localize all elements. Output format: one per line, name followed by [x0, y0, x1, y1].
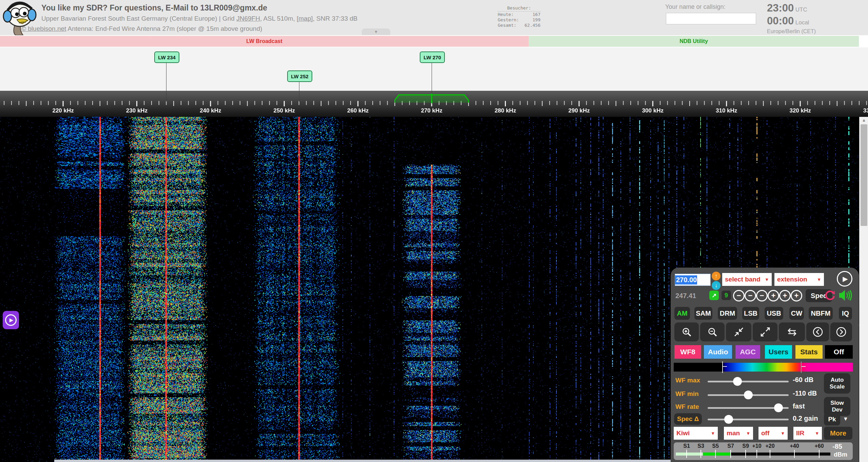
- select-band-dropdown[interactable]: select band▼: [722, 273, 772, 286]
- s-meter-mark-label: +20: [765, 443, 774, 449]
- wf-max-slider[interactable]: [708, 381, 789, 382]
- frequency-up-button[interactable]: ↑: [712, 272, 721, 280]
- dropdown-off[interactable]: off▼: [758, 427, 788, 440]
- tab-agc[interactable]: AGC: [735, 345, 760, 359]
- tab-audio[interactable]: Audio: [704, 345, 732, 359]
- station-label-lw-252[interactable]: LW 252: [287, 70, 312, 82]
- player-button[interactable]: ▶: [837, 271, 852, 287]
- dropdown-man[interactable]: man▼: [724, 427, 753, 440]
- callsign-input[interactable]: [666, 13, 756, 24]
- frequency-down-button[interactable]: ↓: [712, 281, 721, 290]
- header-collapse-tab[interactable]: ▼: [362, 28, 390, 35]
- mode-button-nbfm[interactable]: NBFM: [809, 307, 833, 320]
- mode-button-drm[interactable]: DRM: [718, 307, 737, 320]
- page-left-button[interactable]: [806, 322, 829, 341]
- zoom-in-button[interactable]: [674, 322, 699, 341]
- visitor-row-value: 62.456: [525, 23, 540, 28]
- s-meter-tick: [686, 450, 687, 458]
- tab-off[interactable]: Off: [825, 345, 853, 359]
- auto-scale-button[interactable]: AutoScale: [824, 373, 850, 394]
- zoom-out-step-button[interactable]: −: [756, 290, 768, 301]
- bluebison-link[interactable]: © bluebison.net: [21, 25, 66, 32]
- extension-dropdown[interactable]: extension▼: [774, 273, 824, 286]
- dropdown-iir[interactable]: IIR▼: [793, 427, 822, 440]
- wf-rate-slider[interactable]: [708, 407, 789, 409]
- mode-button-sam[interactable]: SAM: [694, 307, 712, 320]
- zoom-in-icon: [682, 327, 692, 337]
- open-left-panel-button[interactable]: ▶: [3, 311, 19, 329]
- more-button[interactable]: More: [824, 427, 852, 440]
- control-panel: 270.00 ↑ ↓ select band▼ extension▼ ▶ 247…: [671, 268, 859, 462]
- mode-button-am[interactable]: AM: [674, 307, 690, 320]
- zoom-out-step-button[interactable]: −: [745, 290, 756, 301]
- zoom-max-out-icon: [760, 327, 770, 337]
- colormap-marker-low: [722, 361, 723, 373]
- grid-link[interactable]: JN69FH: [236, 15, 260, 22]
- dropdown-value: Kiwi: [676, 429, 690, 437]
- s-meter-tick: [715, 450, 716, 458]
- zoom-out-button[interactable]: [700, 322, 725, 341]
- mode-button-cw[interactable]: CW: [789, 307, 804, 320]
- zoom-in-step-button[interactable]: +: [779, 290, 791, 301]
- s-meter-tick: [794, 450, 795, 458]
- visitor-counter: Besucher: Heute:167Gestern:199Gesamt:62.…: [498, 5, 540, 28]
- mode-button-usb[interactable]: USB: [765, 307, 783, 320]
- chevron-down-icon: ▼: [815, 431, 819, 436]
- zoom-max-out-button[interactable]: [753, 322, 777, 341]
- slider-thumb[interactable]: [733, 377, 742, 386]
- s-meter-mark-label: S7: [727, 443, 734, 449]
- station-label-lw-234[interactable]: LW 234: [154, 51, 179, 63]
- mode-button-lsb[interactable]: LSB: [742, 307, 759, 320]
- slider-thumb[interactable]: [774, 403, 783, 412]
- band-ndb-utility[interactable]: NDB Utility: [529, 36, 859, 47]
- s-meter-mark-label: S5: [712, 443, 719, 449]
- s-meter-tick: [770, 450, 770, 458]
- zoom-in-step-button[interactable]: +: [791, 290, 802, 301]
- s-meter-mark-label: +60: [814, 443, 824, 449]
- zoom-to-band-icon: [734, 327, 744, 337]
- zoom-in-step-button[interactable]: +: [768, 290, 779, 301]
- tab-stats[interactable]: Stats: [795, 345, 823, 359]
- s-meter-bar-green: [703, 453, 731, 456]
- spec-gain-slider[interactable]: [708, 419, 789, 420]
- slider-label: WF rate: [675, 403, 699, 411]
- visitor-counter-title: Besucher:: [498, 5, 540, 12]
- map-link[interactable]: [map]: [297, 15, 313, 22]
- scrollbar-thumb[interactable]: [861, 124, 867, 226]
- dropdown-kiwi[interactable]: Kiwi▼: [674, 427, 718, 440]
- zoom-to-band-button[interactable]: [726, 322, 751, 341]
- link-arrow-icon: ↗: [712, 292, 716, 299]
- speaker-icon[interactable]: [838, 289, 852, 302]
- s-meter-mark-label: S3: [697, 443, 704, 449]
- vertical-scrollbar[interactable]: ▲: [859, 117, 868, 462]
- scrollbar-up-icon[interactable]: ▲: [860, 118, 868, 123]
- zoom-out-step-button[interactable]: −: [733, 290, 745, 301]
- s-meter-value: -85: [832, 443, 842, 450]
- tab-users[interactable]: Users: [765, 345, 792, 359]
- band-lw-broadcast[interactable]: LW Broadcast: [0, 36, 529, 47]
- s-meter-tick: [819, 450, 820, 458]
- dropdown-value: man: [727, 429, 740, 437]
- tuning-passband-indicator[interactable]: [0, 91, 868, 117]
- page-right-button[interactable]: [830, 322, 852, 341]
- spectrum-shift-button[interactable]: [779, 322, 805, 341]
- visitor-row: Gesamt:62.456: [498, 23, 540, 28]
- frequency-input[interactable]: 270.00: [675, 274, 711, 286]
- slider-thumb[interactable]: [744, 391, 753, 399]
- peak-button[interactable]: Pk: [824, 413, 840, 425]
- tab-wf8[interactable]: WF8: [674, 345, 701, 359]
- spec-delta-button[interactable]: Spec Δ: [674, 413, 702, 425]
- qsy-link-button[interactable]: ↗: [709, 291, 719, 300]
- mode-button-iq[interactable]: IQ: [839, 307, 852, 320]
- s-meter-mark-label: +40: [790, 443, 799, 449]
- local-time: 00:00: [767, 15, 794, 27]
- spec-gain-slider-thumb[interactable]: [724, 415, 733, 424]
- s-meter-mark-label: S9: [742, 443, 749, 449]
- refresh-icon[interactable]: [824, 289, 836, 301]
- spec-gain-value: 0.2 gain: [793, 415, 818, 422]
- kiwisdr-app: You like my SDR? For questions, E-Mail t…: [0, 0, 868, 462]
- station-label-lw-270[interactable]: LW 270: [420, 51, 445, 63]
- wf-min-slider[interactable]: [708, 394, 789, 396]
- peak-caret-icon[interactable]: ▼: [843, 416, 848, 422]
- slider-label: WF min: [675, 390, 699, 398]
